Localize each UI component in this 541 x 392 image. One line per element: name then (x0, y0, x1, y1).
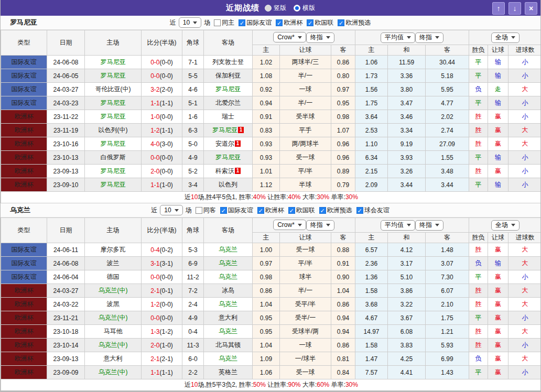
competition-filter-checkbox[interactable]: ✓ (288, 207, 295, 214)
away-team-name: 罗马尼亚 (212, 126, 237, 134)
same-venue-filter-checkbox[interactable] (214, 19, 221, 26)
competition-filter[interactable]: ✓欧国联 (307, 18, 333, 27)
avg-draw-odds-cell: 3.86 (388, 284, 426, 298)
competition-filter[interactable]: ✓欧洲杯 (276, 18, 302, 27)
avg-draw-odds-cell: 3.93 (388, 151, 426, 165)
competition-filter-checkbox[interactable]: ✓ (239, 19, 245, 26)
competition-filter[interactable]: ✓国际友谊 (220, 206, 253, 215)
match-row: 欧洲杯23-10-14乌克兰(中)2-0(1-0)11-3北马其顿1.04一球0… (1, 339, 541, 352)
competition-filter[interactable]: ✓欧洲杯 (257, 206, 284, 215)
move-down-button[interactable]: ↓ (508, 2, 521, 15)
result-handicap-cell: 赢 (488, 298, 508, 311)
home-team-name: 白俄罗斯 (101, 154, 126, 161)
competition-filter-label: 欧洲杯 (265, 206, 284, 215)
away-team-cell: 科索沃1 (204, 165, 253, 178)
match-row: 欧洲杯23-10-18马耳他1-3(1-2)0-4乌克兰0.95受球半/两0.9… (1, 325, 541, 339)
subcolumn-header: 主 (253, 45, 280, 56)
match-row: 国际友谊24-06-04德国0-0(0-0)11-2乌克兰0.98球半0.901… (1, 270, 541, 284)
radio-selected-icon[interactable] (294, 5, 300, 12)
same-venue-filter-checkbox[interactable] (196, 207, 202, 214)
odds-source-select[interactable]: 终指 (306, 220, 334, 231)
competition-filter[interactable]: ✓欧洲预选 (338, 18, 371, 27)
competition-filter-label: 国际友谊 (246, 18, 272, 27)
competition-filter-label: 欧国联 (296, 206, 315, 215)
result-goals-cell: 大 (508, 137, 541, 151)
halftime-score: (0-0) (160, 72, 173, 80)
layout-mode-radio[interactable]: 竖版 (265, 4, 286, 13)
competition-filter-checkbox[interactable]: ✓ (307, 19, 313, 26)
odds-source-select[interactable]: 终指 (415, 32, 443, 43)
home-team-name: 波兰 (107, 259, 120, 267)
competition-filter-checkbox[interactable]: ✓ (257, 207, 264, 214)
match-row: 欧洲杯23-09-13意大利2-1(2-1)6-0乌克兰1.09一/球半0.81… (1, 352, 541, 366)
match-date-cell: 23-09-13 (47, 352, 85, 366)
chevron-down-icon (175, 209, 179, 212)
halftime-score: (0-0) (160, 59, 173, 66)
result-wdl-cell: 平 (469, 151, 488, 165)
halftime-score: (0-0) (160, 113, 173, 121)
odds-source-select[interactable]: 终指 (415, 220, 443, 231)
avg-away-odds-cell: 5.95 (426, 83, 469, 96)
team-sections-container: 罗马尼亚近10场同主✓国际友谊✓欧洲杯✓欧国联✓欧洲预选类型日期主场比分(半场)… (1, 16, 540, 391)
close-button[interactable]: × (525, 2, 537, 15)
fulltime-score: 1-0 (150, 113, 159, 121)
odds-source-select-value: Crow* (277, 34, 295, 41)
avg-away-odds-cell: 3.07 (426, 257, 469, 270)
move-up-button[interactable]: ↑ (492, 2, 505, 15)
handicap-home-odds-cell: 0.97 (253, 257, 280, 270)
halftime-score: (1-1) (160, 369, 173, 376)
halftime-score: (0-0) (160, 274, 173, 281)
titlebar: 近期战绩 竖版横版 ↑ ↓ × (1, 0, 540, 16)
match-date-cell: 24-03-27 (47, 83, 85, 96)
competition-type-cell: 国际友谊 (1, 243, 47, 257)
result-goals-cell: 小 (508, 165, 541, 178)
radio-unselected-icon[interactable] (265, 5, 272, 12)
result-handicap-cell: 输 (488, 257, 508, 270)
away-team-name: 安道尔 (215, 140, 234, 147)
window-title: 近期战绩 (226, 3, 259, 13)
result-goals-cell: 大 (508, 124, 541, 137)
match-count-select[interactable]: 10 (179, 17, 201, 28)
handicap-home-odds-cell: 1.00 (253, 243, 280, 257)
subcolumn-header: 客 (331, 45, 355, 56)
result-handicap-cell: 赢 (488, 311, 508, 325)
home-team-name: 罗马尼亚 (101, 72, 126, 79)
odds-source-select[interactable]: 全场 (491, 220, 520, 231)
competition-filter-checkbox[interactable]: ✓ (338, 19, 344, 26)
halftime-score: (0-2) (160, 246, 173, 254)
subcolumn-header: 和 (388, 233, 426, 243)
away-team-name: 以色列 (219, 181, 237, 188)
halftime-score: (2-0) (160, 86, 173, 93)
result-goals-cell: 小 (508, 178, 541, 192)
avg-away-odds-cell: 30.44 (426, 56, 469, 69)
same-venue-filter[interactable]: 同客 (196, 206, 216, 215)
odds-source-select[interactable]: Crow* (273, 220, 306, 230)
competition-filter-checkbox[interactable]: ✓ (276, 19, 283, 26)
odds-source-select[interactable]: Crow* (273, 32, 306, 42)
odds-source-select[interactable]: 终指 (306, 32, 334, 43)
odds-source-select[interactable]: 平均值 (381, 32, 415, 43)
chevron-down-icon (193, 21, 197, 24)
avg-home-odds-cell: 6.34 (355, 151, 388, 165)
halftime-score: (3-0) (160, 140, 173, 148)
competition-filter[interactable]: ✓欧洲预选 (319, 206, 352, 215)
corner-cell: 6-3 (182, 124, 204, 137)
handicap-line-cell: 半/一 (280, 69, 331, 83)
odds-source-select[interactable]: 平均值 (381, 220, 415, 231)
competition-filter-checkbox[interactable]: ✓ (220, 207, 227, 214)
away-team-name: 罗马尼亚 (215, 85, 241, 93)
odds-source-select[interactable]: 全场 (491, 32, 520, 43)
away-team-cell: 安道尔1 (204, 137, 253, 151)
competition-filter[interactable]: ✓欧国联 (288, 206, 315, 215)
competition-filter-checkbox[interactable]: ✓ (319, 207, 326, 214)
avg-draw-odds-cell: 3.47 (388, 96, 426, 110)
match-count-select[interactable]: 10 (160, 205, 182, 215)
same-venue-filter[interactable]: 同主 (214, 18, 234, 27)
match-date-cell: 23-09-10 (47, 178, 85, 192)
avg-draw-odds-cell: 5.10 (388, 270, 426, 284)
avg-home-odds-cell: 3.64 (355, 110, 388, 124)
competition-filter[interactable]: ✓国际友谊 (239, 18, 272, 27)
competition-filter-checkbox[interactable]: ✓ (356, 207, 363, 214)
layout-mode-radio[interactable]: 横版 (294, 4, 315, 13)
competition-filter[interactable]: ✓球会友谊 (356, 206, 389, 215)
